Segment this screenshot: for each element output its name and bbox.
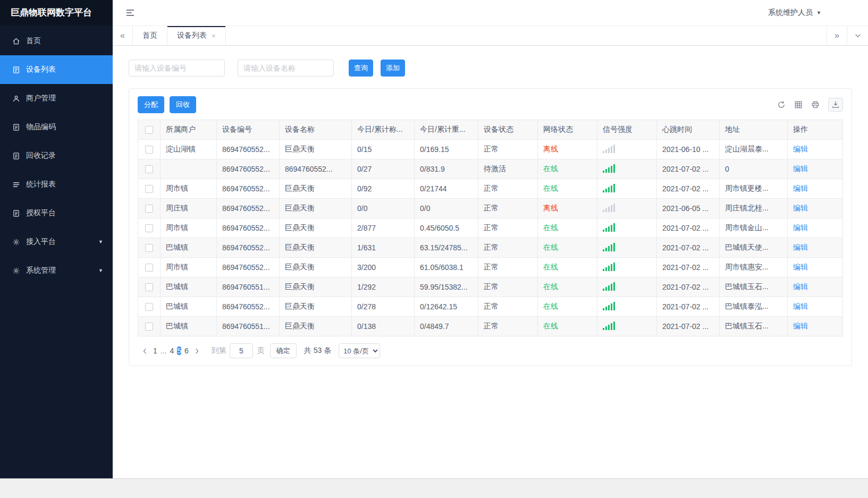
device-number-input[interactable]: [129, 60, 225, 77]
tabs-scroll-left-button[interactable]: «: [113, 26, 133, 45]
cell-heartbeat-time: 2021-07-02 ...: [657, 218, 720, 238]
edit-link[interactable]: 编辑: [793, 322, 808, 330]
printer-icon[interactable]: [811, 100, 820, 109]
table-row: 周市镇 8694760552... 巨鼎天衡 2/877 0.45/6050.5…: [138, 218, 843, 238]
page-button-6[interactable]: 6: [184, 347, 189, 355]
add-button[interactable]: 添加: [381, 60, 405, 77]
row-checkbox[interactable]: [145, 165, 153, 173]
sidebar-item-statistics-report[interactable]: 统计报表: [0, 170, 113, 199]
sidebar-item-label: 授权平台: [26, 208, 56, 218]
signal-strength-icon: [603, 164, 615, 173]
edit-link[interactable]: 编辑: [793, 302, 808, 310]
sidebar-collapse-button[interactable]: [125, 8, 135, 18]
home-icon: [12, 37, 20, 45]
recycle-button[interactable]: 回收: [170, 96, 196, 113]
sidebar-item-recycle-records[interactable]: 回收记录: [0, 141, 113, 170]
column-header: 今日/累计重...: [415, 120, 478, 140]
edit-link[interactable]: 编辑: [793, 282, 808, 291]
user-name: 系统维护人员: [768, 8, 813, 18]
row-checkbox[interactable]: [145, 185, 153, 193]
gear-icon: [12, 238, 20, 246]
column-settings-icon[interactable]: [794, 100, 803, 109]
device-name-input[interactable]: [238, 60, 334, 77]
export-icon[interactable]: [828, 98, 843, 112]
page-button-4[interactable]: 4: [170, 347, 174, 355]
sidebar-item-device-list[interactable]: 设备列表: [0, 55, 113, 84]
app-logo: 巨鼎物联网数字平台: [0, 0, 113, 26]
sidebar-item-item-coding[interactable]: 物品编码: [0, 113, 113, 141]
goto-confirm-button[interactable]: 确定: [270, 343, 297, 358]
cell-device-name: 巨鼎天衡: [280, 199, 352, 218]
edit-link[interactable]: 编辑: [793, 243, 808, 251]
cell-device-name: 巨鼎天衡: [280, 218, 352, 238]
edit-link[interactable]: 编辑: [793, 145, 808, 153]
page-button-1[interactable]: 1: [153, 347, 157, 355]
merchant-icon: [12, 95, 20, 103]
document-icon: [12, 123, 20, 131]
tab-home[interactable]: 首页: [133, 26, 167, 45]
allocate-button[interactable]: 分配: [138, 96, 164, 113]
prev-page-button[interactable]: [138, 343, 151, 358]
row-checkbox[interactable]: [145, 303, 153, 311]
edit-link[interactable]: 编辑: [793, 184, 808, 192]
sidebar-item-label: 回收记录: [26, 151, 56, 161]
cell-device-number: 8694760552...: [217, 258, 280, 277]
signal-strength-icon: [603, 282, 615, 291]
cell-today-total-weight: 0/12642.15: [415, 297, 478, 317]
sidebar-nav: 首页 设备列表 商户管理 物品编码 回收记录 统计报表 授权平台 接入平台 ▼: [0, 26, 113, 478]
next-page-button[interactable]: [190, 343, 204, 358]
query-button[interactable]: 查询: [349, 60, 373, 77]
table-row: 巴城镇 8694760551... 巨鼎天衡 1/292 59.95/15382…: [138, 277, 843, 297]
refresh-icon[interactable]: [777, 100, 786, 109]
page-button-5[interactable]: 5: [177, 347, 181, 355]
edit-link[interactable]: 编辑: [793, 223, 808, 232]
row-checkbox[interactable]: [145, 323, 153, 331]
row-checkbox[interactable]: [145, 146, 153, 154]
cell-network-status: 在线: [538, 258, 597, 277]
row-checkbox[interactable]: [145, 283, 153, 291]
tab-device-list[interactable]: 设备列表 ×: [167, 26, 226, 45]
tabs-options-button[interactable]: [847, 26, 868, 45]
column-header: 信号强度: [597, 120, 657, 140]
cell-network-status: 在线: [538, 297, 597, 317]
page-size-select[interactable]: 10 条/页: [339, 343, 380, 358]
cell-today-total-count: 0/138: [352, 317, 415, 336]
edit-link[interactable]: 编辑: [793, 204, 808, 212]
sidebar-item-system-management[interactable]: 系统管理 ▼: [0, 256, 113, 285]
sidebar-item-access-platform[interactable]: 接入平台 ▼: [0, 227, 113, 256]
sidebar-item-home[interactable]: 首页: [0, 27, 113, 55]
cell-signal-strength: [597, 159, 657, 179]
edit-link[interactable]: 编辑: [793, 263, 808, 271]
sidebar-item-label: 商户管理: [26, 94, 56, 103]
cell-device-status: 正常: [478, 140, 538, 159]
select-all-checkbox[interactable]: [145, 126, 153, 134]
column-header: 设备名称: [280, 120, 352, 140]
sidebar-item-label: 系统管理: [26, 266, 56, 275]
cell-address: 巴城镇玉石...: [720, 277, 788, 297]
row-checkbox[interactable]: [145, 205, 153, 213]
cell-address: 周市镇惠安...: [720, 258, 788, 277]
cell-network-status: 在线: [538, 179, 597, 199]
sidebar-item-merchant-management[interactable]: 商户管理: [0, 84, 113, 113]
sidebar-item-authorization-platform[interactable]: 授权平台: [0, 199, 113, 227]
select-all-header-cell: [138, 120, 161, 140]
tab-close-icon[interactable]: ×: [212, 32, 216, 39]
tabs-scroll-right-button[interactable]: »: [827, 26, 847, 45]
cell-network-status: 离线: [538, 140, 597, 159]
cell-today-total-count: 1/631: [352, 238, 415, 258]
row-checkbox[interactable]: [145, 224, 153, 232]
cell-signal-strength: [597, 317, 657, 336]
column-header: 心跳时间: [657, 120, 720, 140]
edit-link[interactable]: 编辑: [793, 164, 808, 173]
cell-heartbeat-time: 2021-07-02 ...: [657, 277, 720, 297]
goto-page-input[interactable]: [230, 343, 253, 358]
tab-bar: « 首页 设备列表 × »: [113, 26, 868, 46]
table-icon-group: [777, 98, 843, 112]
user-menu[interactable]: 系统维护人员 ▼: [768, 8, 821, 18]
cell-today-total-count: 0/278: [352, 297, 415, 317]
column-header: 网络状态: [538, 120, 597, 140]
signal-strength-icon: [603, 243, 615, 251]
cell-address: 周市镇更楼...: [720, 179, 788, 199]
row-checkbox[interactable]: [145, 264, 153, 272]
row-checkbox[interactable]: [145, 244, 153, 252]
